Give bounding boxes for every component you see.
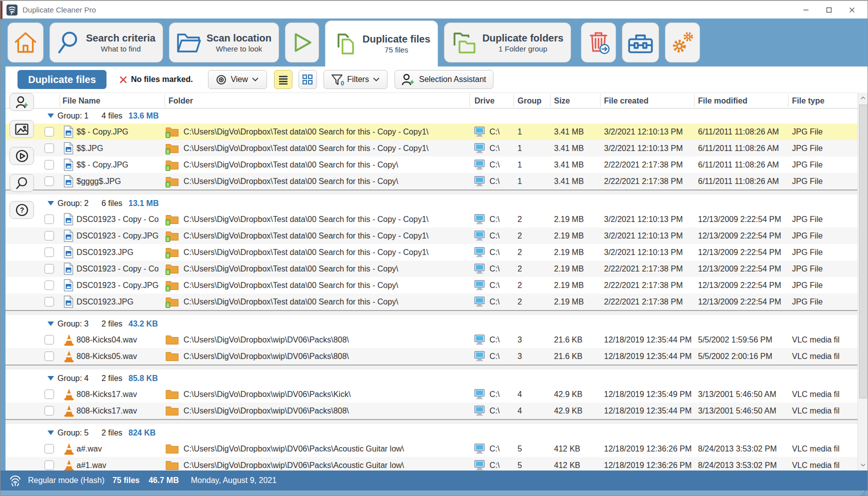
- search-criteria-label: Search criteria: [86, 32, 156, 44]
- folder-icon: [166, 214, 179, 226]
- row-checkbox[interactable]: [44, 144, 54, 153]
- collapse-triangle-icon[interactable]: [48, 430, 54, 436]
- table-row[interactable]: DSC01923 - Copy.JPG C:\Users\DigVo\Dropb…: [6, 277, 858, 294]
- sidebar-zoom-button[interactable]: [10, 174, 34, 192]
- file-name-cell: a#1.wav: [76, 457, 158, 470]
- type-cell: VLC media file (.wav): [792, 332, 840, 348]
- close-button[interactable]: [840, 1, 864, 19]
- group-header-row[interactable]: Group: 5 2 files 824 KB: [6, 426, 858, 440]
- table-row[interactable]: 808-Kicks05.wav C:\Users\DigVo\Dropbox\w…: [6, 348, 858, 364]
- table-row[interactable]: DSC01923 - Copy - Copy.JPG C:\Users\DigV…: [6, 211, 858, 228]
- table-row[interactable]: 808-Kicks04.wav C:\Users\DigVo\Dropbox\w…: [6, 332, 858, 348]
- duplicate-folders-tab[interactable]: Duplicate folders 1 Folder group: [444, 22, 571, 62]
- row-checkbox[interactable]: [44, 264, 54, 274]
- created-cell: 2/22/2021 2:17:38 PM: [604, 156, 682, 173]
- scan-location-icon: [176, 32, 202, 54]
- column-folder[interactable]: Folder: [168, 93, 193, 108]
- row-checkbox[interactable]: [44, 297, 54, 306]
- collapse-triangle-icon[interactable]: [48, 201, 54, 206]
- row-checkbox[interactable]: [44, 214, 54, 224]
- scan-location-tab[interactable]: Scan location Where to look: [169, 22, 279, 62]
- row-checkbox[interactable]: [44, 127, 54, 136]
- folder-icon: [166, 405, 179, 417]
- duplicate-files-tab[interactable]: Duplicate files 75 files: [325, 20, 438, 66]
- row-checkbox[interactable]: [44, 176, 54, 186]
- tools-button[interactable]: [622, 22, 659, 62]
- row-checkbox[interactable]: [44, 460, 54, 470]
- row-checkbox[interactable]: [44, 444, 54, 454]
- column-divider: [514, 94, 514, 107]
- grid-view-button[interactable]: [298, 70, 317, 89]
- scrollbar-thumb[interactable]: [859, 104, 867, 398]
- folder-icon: [166, 296, 179, 308]
- maximize-button[interactable]: [818, 1, 840, 19]
- modified-cell: 12/13/2009 2:22:54 PM: [698, 277, 781, 294]
- selection-assistant-button[interactable]: Selection Assistant: [394, 70, 494, 89]
- column-drive[interactable]: Drive: [474, 93, 494, 108]
- table-row[interactable]: a#1.wav C:\Users\DigVo\Dropbox\wip\DV06\…: [6, 457, 858, 470]
- column-file-type[interactable]: File type: [792, 93, 824, 108]
- row-checkbox[interactable]: [44, 160, 54, 170]
- column-size[interactable]: Size: [554, 93, 570, 108]
- row-checkbox[interactable]: [44, 406, 54, 416]
- table-row[interactable]: DSC01923.JPG C:\Users\DigVo\Dropbox\Test…: [6, 294, 858, 310]
- drive-icon: [474, 230, 486, 241]
- table-row[interactable]: 808-Kicks17.wav C:\Users\DigVo\Dropbox\w…: [6, 402, 858, 419]
- size-cell: 42.9 KB: [554, 386, 582, 402]
- table-row[interactable]: $$ - Copy.JPG C:\Users\DigVo\Dropbox\Tes…: [6, 124, 858, 140]
- table-row[interactable]: DSC01923 - Copy - Copy.JPG C:\Users\DigV…: [6, 260, 858, 277]
- table-row[interactable]: DSC01923 - Copy.JPG C:\Users\DigVo\Dropb…: [6, 228, 858, 244]
- sidebar-image-preview-button[interactable]: [10, 120, 34, 138]
- table-row[interactable]: $$ - Copy.JPG C:\Users\DigVo\Dropbox\Tes…: [6, 156, 858, 173]
- row-checkbox[interactable]: [44, 335, 54, 344]
- drive-icon: [474, 280, 486, 290]
- drive-cell: C:\: [490, 386, 500, 402]
- home-icon: [13, 30, 38, 55]
- row-checkbox[interactable]: [44, 352, 54, 361]
- table-row[interactable]: $gggg$.JPG C:\Users\DigVo\Dropbox\Test d…: [6, 173, 858, 190]
- row-checkbox[interactable]: [44, 248, 54, 257]
- settings-button[interactable]: [665, 22, 700, 62]
- home-button[interactable]: [8, 22, 44, 62]
- created-cell: 12/18/2019 12:36:26 PM: [604, 457, 692, 470]
- table-row[interactable]: $$.JPG C:\Users\DigVo\Dropbox\Test data\…: [6, 140, 858, 156]
- table-row[interactable]: a#.wav C:\Users\DigVo\Dropbox\wip\DV06\P…: [6, 440, 858, 457]
- column-file-created[interactable]: File created: [604, 93, 648, 108]
- type-cell: JPG File: [792, 140, 840, 156]
- group-header-row[interactable]: Group: 4 2 files 85.8 KB: [6, 371, 858, 386]
- sidebar-play-media-button[interactable]: [10, 147, 34, 165]
- size-cell: 21.6 KB: [554, 332, 582, 348]
- group-header-row[interactable]: Group: 1 4 files 13.6 MB: [6, 108, 858, 124]
- file-count-status: 75 files: [112, 476, 140, 485]
- scan-mode-status: Regular mode (Hash): [28, 476, 104, 485]
- list-view-button[interactable]: [274, 70, 292, 89]
- collapse-triangle-icon[interactable]: [48, 376, 54, 381]
- group-header-row[interactable]: Group: 2 6 files 13.1 MB: [6, 196, 858, 211]
- vertical-scrollbar[interactable]: [858, 92, 868, 470]
- run-button[interactable]: [285, 22, 319, 62]
- folder-cell: C:\Users\DigVo\Dropbox\Test data\00 Sear…: [184, 260, 468, 277]
- resize-grip[interactable]: [858, 491, 866, 496]
- collapse-triangle-icon[interactable]: [48, 322, 54, 326]
- sidebar-help-button[interactable]: ?: [10, 201, 34, 219]
- scroll-up-button[interactable]: [858, 92, 868, 104]
- column-file-name[interactable]: File Name: [62, 93, 100, 108]
- row-checkbox[interactable]: [44, 280, 54, 290]
- table-row[interactable]: DSC01923.JPG C:\Users\DigVo\Dropbox\Test…: [6, 244, 858, 260]
- minimize-button[interactable]: [794, 1, 818, 19]
- search-criteria-tab[interactable]: Search criteria What to find: [50, 22, 163, 62]
- row-checkbox[interactable]: [44, 390, 54, 399]
- remove-duplicates-button[interactable]: [581, 22, 616, 62]
- filters-button[interactable]: 0 Filters: [324, 70, 388, 89]
- group-cell: 1: [518, 124, 522, 140]
- sidebar-selection-assistant-button[interactable]: [10, 93, 34, 111]
- group-header-row[interactable]: Group: 3 2 files 43.2 KB: [6, 316, 858, 332]
- row-checkbox[interactable]: [44, 231, 54, 240]
- collapse-triangle-icon[interactable]: [48, 114, 54, 118]
- view-button[interactable]: View: [208, 70, 267, 89]
- column-file-modified[interactable]: File modified: [698, 93, 748, 108]
- duplicate-files-mode-button[interactable]: Duplicate files: [18, 70, 106, 89]
- table-row[interactable]: 808-Kicks17.wav C:\Users\DigVo\Dropbox\w…: [6, 386, 858, 402]
- column-group[interactable]: Group: [518, 93, 542, 108]
- scroll-down-button[interactable]: [858, 460, 868, 470]
